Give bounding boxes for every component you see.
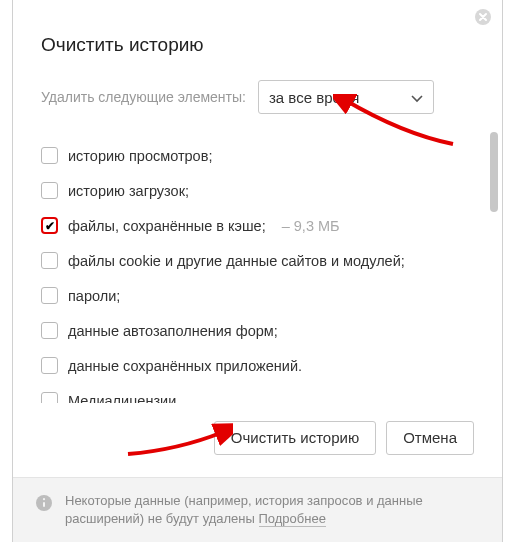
checkbox[interactable] [41, 287, 58, 304]
option-media-licenses[interactable]: Медиалицензии [41, 383, 474, 403]
checkbox[interactable] [41, 217, 58, 234]
checkbox[interactable] [41, 357, 58, 374]
time-range-select[interactable]: за все время [258, 80, 434, 114]
option-label: файлы, сохранённые в кэше; [68, 218, 266, 234]
checkbox[interactable] [41, 182, 58, 199]
option-cookies[interactable]: файлы cookie и другие данные сайтов и мо… [41, 243, 474, 278]
option-cached-files[interactable]: файлы, сохранённые в кэше; – 9,3 МБ [41, 208, 474, 243]
footer-learn-more-link[interactable]: Подробнее [259, 511, 326, 527]
option-label: историю просмотров; [68, 148, 212, 164]
svg-rect-2 [43, 502, 45, 507]
dialog-title: Очистить историю [41, 34, 474, 56]
clear-history-dialog: Очистить историю Удалить следующие элеме… [12, 0, 503, 542]
option-download-history[interactable]: историю загрузок; [41, 173, 474, 208]
option-label: данные сохранённых приложений. [68, 358, 302, 374]
svg-point-3 [43, 498, 45, 500]
footer-note: Некоторые данные (например, история запр… [13, 477, 502, 542]
chevron-down-icon [411, 89, 423, 106]
option-label: пароли; [68, 288, 120, 304]
checkbox[interactable] [41, 322, 58, 339]
clear-history-button[interactable]: Очистить историю [214, 421, 376, 455]
range-label: Удалить следующие элементы: [41, 89, 246, 105]
option-autofill[interactable]: данные автозаполнения форм; [41, 313, 474, 348]
info-icon [35, 494, 53, 512]
option-extra: – 9,3 МБ [282, 218, 340, 234]
time-range-value: за все время [269, 89, 359, 106]
option-label: файлы cookie и другие данные сайтов и мо… [68, 253, 405, 269]
close-icon[interactable] [474, 8, 492, 26]
option-label: историю загрузок; [68, 183, 189, 199]
background-strip [0, 0, 12, 542]
option-browsing-history[interactable]: историю просмотров; [41, 138, 474, 173]
checkbox[interactable] [41, 392, 58, 403]
option-label: Медиалицензии [68, 393, 176, 403]
scrollbar[interactable] [490, 132, 498, 212]
checkbox[interactable] [41, 252, 58, 269]
option-label: данные автозаполнения форм; [68, 323, 278, 339]
checkbox[interactable] [41, 147, 58, 164]
option-app-data[interactable]: данные сохранённых приложений. [41, 348, 474, 383]
cancel-button[interactable]: Отмена [386, 421, 474, 455]
option-passwords[interactable]: пароли; [41, 278, 474, 313]
footer-text: Некоторые данные (например, история запр… [65, 493, 423, 526]
